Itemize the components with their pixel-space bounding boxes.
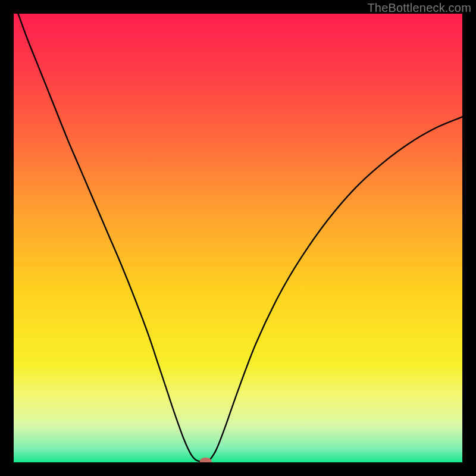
plot-area <box>14 14 462 462</box>
gradient-background <box>14 14 462 462</box>
bottleneck-chart <box>14 14 462 462</box>
watermark-text: TheBottleneck.com <box>367 1 471 15</box>
chart-frame: TheBottleneck.com <box>0 0 476 476</box>
